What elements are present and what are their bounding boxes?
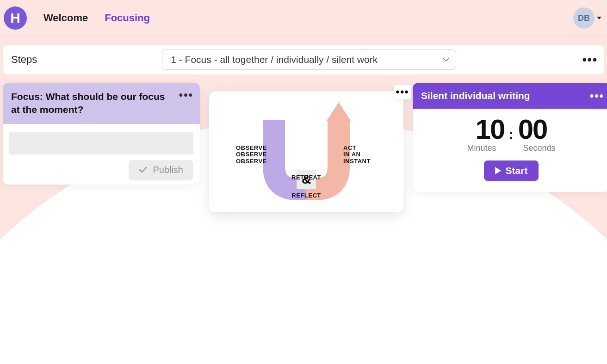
publish-label: Publish bbox=[153, 165, 183, 175]
top-bar: H Welcome Focusing DB bbox=[0, 0, 607, 37]
timer-display: 10 : 00 Minutes Seconds Start bbox=[413, 109, 607, 181]
steps-label: Steps bbox=[11, 54, 37, 66]
focus-card-header: Focus: What should be our focus at the m… bbox=[3, 83, 200, 124]
diagram-card-more-icon[interactable]: ••• bbox=[394, 85, 411, 99]
timer-colon: : bbox=[509, 127, 513, 142]
timer-card: ••• Silent individual writing 10 : 00 Mi… bbox=[413, 83, 607, 192]
timer-minutes-label: Minutes bbox=[467, 143, 496, 153]
timer-card-title: Silent individual writing bbox=[421, 90, 587, 101]
timer-seconds-label: Seconds bbox=[523, 143, 555, 153]
cards-row: ••• Focus: What should be our focus at t… bbox=[0, 83, 607, 212]
step-select-value: 1 - Focus - all together / individually … bbox=[171, 54, 378, 65]
diagram-card-wrap: ••• OBSERVE OBSERVE OBSERVE ACT IN AN bbox=[209, 91, 403, 212]
diagram-act-label: ACT IN AN INSTANT bbox=[343, 145, 371, 165]
steps-bar: Steps 1 - Focus - all together / individ… bbox=[3, 45, 604, 74]
timer-seconds: 00 bbox=[518, 113, 547, 145]
diagram-card: ••• OBSERVE OBSERVE OBSERVE ACT IN AN bbox=[209, 91, 403, 212]
diagram-retreat-label: RETREAT REFLECT bbox=[291, 174, 321, 199]
nav-tabs: Welcome Focusing bbox=[43, 12, 150, 24]
start-label: Start bbox=[506, 165, 528, 176]
timer-card-more-icon[interactable]: ••• bbox=[590, 89, 604, 102]
user-avatar[interactable]: DB bbox=[573, 7, 595, 29]
app-logo[interactable]: H bbox=[4, 6, 27, 30]
tab-welcome[interactable]: Welcome bbox=[43, 12, 88, 24]
timer-card-header: Silent individual writing bbox=[413, 83, 607, 109]
logo-letter: H bbox=[10, 10, 20, 26]
focus-card-more-icon[interactable]: ••• bbox=[179, 88, 193, 101]
publish-button[interactable]: Publish bbox=[129, 160, 193, 180]
focus-card: ••• Focus: What should be our focus at t… bbox=[3, 83, 200, 185]
check-icon bbox=[139, 165, 147, 175]
u-theory-diagram: OBSERVE OBSERVE OBSERVE ACT IN AN INSTAN… bbox=[219, 101, 393, 202]
tab-focusing[interactable]: Focusing bbox=[105, 12, 150, 24]
steps-more-icon[interactable]: ••• bbox=[582, 53, 598, 67]
chevron-down-icon bbox=[443, 57, 449, 62]
focus-card-title: Focus: What should be our focus at the m… bbox=[11, 90, 172, 117]
avatar-initials: DB bbox=[578, 13, 590, 23]
play-icon bbox=[495, 167, 501, 174]
focus-input[interactable] bbox=[9, 132, 193, 154]
step-select[interactable]: 1 - Focus - all together / individually … bbox=[162, 49, 456, 70]
start-button[interactable]: Start bbox=[484, 160, 539, 181]
timer-minutes: 10 bbox=[476, 113, 505, 145]
svg-marker-0 bbox=[327, 102, 351, 121]
diagram-observe-label: OBSERVE OBSERVE OBSERVE bbox=[236, 145, 267, 165]
chevron-down-icon[interactable] bbox=[597, 17, 601, 19]
